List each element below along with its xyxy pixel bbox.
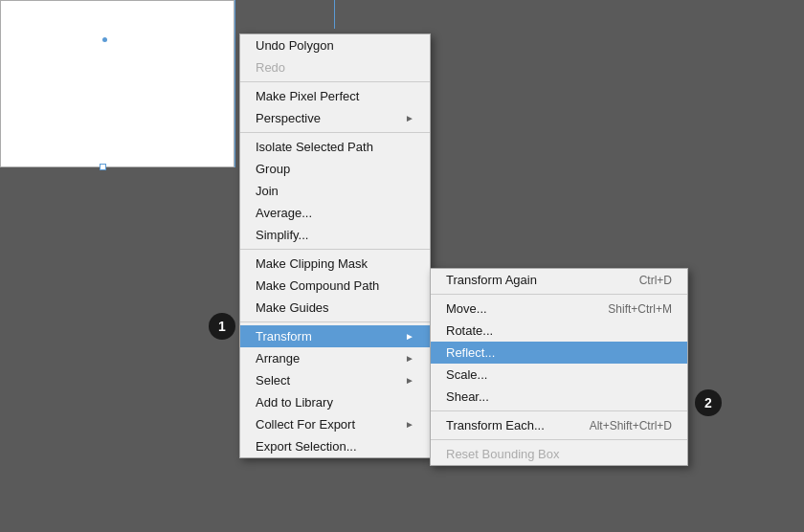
menu-item-redo: Redo [240, 56, 430, 78]
menu-item-average[interactable]: Average... [240, 202, 430, 224]
submenu-transform: Transform Again Ctrl+D Move... Shift+Ctr… [430, 268, 688, 466]
menu-divider-4 [240, 321, 430, 322]
context-menu: Undo Polygon Redo Make Pixel Perfect Per… [239, 33, 431, 458]
menu-item-perspective[interactable]: Perspective ► [240, 107, 430, 129]
menu-item-export-selection[interactable]: Export Selection... [240, 435, 430, 457]
blue-dot [102, 37, 107, 42]
menu-item-undo-polygon[interactable]: Undo Polygon [240, 34, 430, 56]
menu-item-simplify[interactable]: Simplify... [240, 224, 430, 246]
move-shortcut: Shift+Ctrl+M [608, 302, 672, 316]
perspective-arrow: ► [405, 113, 414, 123]
select-arrow: ► [405, 375, 414, 386]
submenu-divider-3 [431, 439, 687, 440]
menu-item-isolate-selected-path[interactable]: Isolate Selected Path [240, 136, 430, 158]
menu-item-transform[interactable]: Transform ► [240, 325, 430, 347]
submenu-item-shear[interactable]: Shear... [431, 386, 687, 408]
collect-arrow: ► [405, 419, 414, 430]
submenu-item-reflect[interactable]: Reflect... [431, 342, 687, 364]
submenu-divider-2 [431, 410, 687, 411]
submenu-item-transform-again[interactable]: Transform Again Ctrl+D [431, 269, 687, 291]
menu-item-make-pixel-perfect[interactable]: Make Pixel Perfect [240, 85, 430, 107]
transform-arrow: ► [405, 331, 414, 342]
submenu-item-rotate[interactable]: Rotate... [431, 320, 687, 342]
submenu-item-move[interactable]: Move... Shift+Ctrl+M [431, 298, 687, 320]
submenu-divider-1 [431, 294, 687, 295]
drawing-canvas [0, 0, 234, 167]
menu-divider-3 [240, 249, 430, 250]
submenu-item-scale[interactable]: Scale... [431, 364, 687, 386]
step2-indicator: 2 [695, 389, 722, 416]
menu-item-arrange[interactable]: Arrange ► [240, 347, 430, 369]
step1-indicator: 1 [209, 313, 235, 340]
blue-line-left [234, 0, 235, 167]
menu-item-group[interactable]: Group [240, 158, 430, 180]
menu-item-add-to-library[interactable]: Add to Library [240, 391, 430, 413]
menu-item-collect-for-export[interactable]: Collect For Export ► [240, 413, 430, 435]
blue-handle [100, 164, 106, 170]
menu-item-join[interactable]: Join [240, 180, 430, 202]
transform-again-shortcut: Ctrl+D [639, 274, 672, 287]
menu-item-select[interactable]: Select ► [240, 369, 430, 391]
submenu-item-reset-bounding-box: Reset Bounding Box [431, 443, 687, 465]
menu-item-make-guides[interactable]: Make Guides [240, 297, 430, 319]
menu-divider-2 [240, 132, 430, 133]
submenu-item-transform-each[interactable]: Transform Each... Alt+Shift+Ctrl+D [431, 414, 687, 436]
menu-item-make-compound-path[interactable]: Make Compound Path [240, 275, 430, 297]
menu-item-make-clipping-mask[interactable]: Make Clipping Mask [240, 253, 430, 275]
blue-line-top [334, 0, 335, 29]
arrange-arrow: ► [405, 353, 414, 364]
transform-each-shortcut: Alt+Shift+Ctrl+D [590, 419, 672, 432]
menu-divider-1 [240, 81, 430, 82]
